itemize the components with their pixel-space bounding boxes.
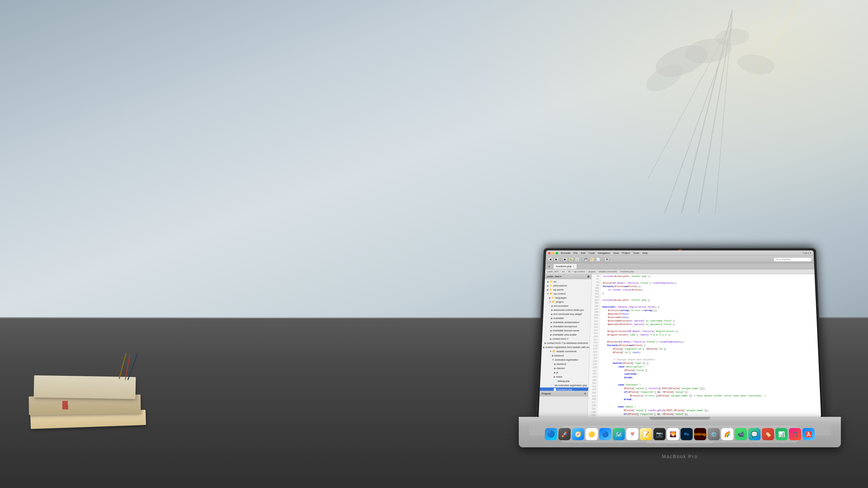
tab-manager-button[interactable]: ≡ [547, 264, 552, 269]
code-text[interactable]: include($view_path . 'header.php'); $fie… [597, 274, 821, 418]
dock-icon-illustrator[interactable]: Settings [694, 428, 706, 440]
tree-item-backend2[interactable]: ▶ backend [541, 362, 589, 366]
tree-item-plugins[interactable]: ▼ 📂 plugins [544, 300, 591, 304]
dock-icon-safari-alt[interactable]: 🧭 [572, 428, 584, 440]
tree-item-wpcontent[interactable]: ▼ 📂 wp-content [544, 292, 591, 296]
dock-icon-itunes[interactable]: 🎵 [789, 428, 801, 440]
open-button[interactable]: 📂 [589, 257, 595, 262]
code-line-106: $results = array('errors' => array()); [602, 309, 814, 312]
tree-item-charitable[interactable]: ▶ charitable [543, 316, 590, 320]
tree-item-cf7[interactable]: ▶ contact-form-7 [542, 337, 590, 341]
ln-130: 130 [589, 379, 598, 382]
projects-gear-icon[interactable]: ⚙ [584, 392, 586, 395]
tree-item-views[interactable]: ▶ views [540, 375, 589, 379]
tree-item-pfrm[interactable]: ▶ 📁 pfSrm/admin [545, 284, 591, 288]
menu-project[interactable]: Project [622, 252, 630, 255]
menu-help[interactable]: Help [642, 252, 648, 255]
dock-icon-notes[interactable]: 📝 [640, 428, 652, 440]
minimize-button[interactable] [552, 252, 554, 254]
go-to-anything[interactable]: Go to Anything [773, 257, 812, 262]
dock-icon-bookmarks[interactable]: 🏷️ [762, 428, 774, 440]
code-line-100: er_render_field($field); [603, 288, 813, 292]
dock-icon-messages[interactable]: 💬 [748, 428, 761, 440]
dock-icon-appstore[interactable]: 🅰️ [802, 428, 815, 440]
settings-button[interactable]: ⚙ [604, 257, 610, 262]
file-tree-options[interactable]: ⚙ [587, 275, 590, 278]
ln-118: 118 [590, 341, 599, 344]
dock-icon-calendar[interactable]: 📅 [626, 428, 639, 440]
tree-item-charitable-view[interactable]: ▶ charitable-view-avatar [542, 333, 590, 337]
dock-icon-screencap[interactable]: 📷 [653, 428, 666, 440]
tree-item-cf7db[interactable]: ▶ contact-form-7-to-database-extension [542, 341, 590, 345]
laptop-base: 🍎 Komodo Fil [519, 237, 841, 447]
tree-item-charitable-anon[interactable]: ▶ charitable-anonymous [542, 324, 590, 328]
tree-item-charitable-lic[interactable]: ▶ charitable-license-owner [542, 328, 590, 332]
menu-code[interactable]: Code [589, 252, 595, 255]
tree-item-backend[interactable]: ▶ backend [541, 353, 589, 358]
dock-icon-chrome[interactable]: 🟡 [585, 428, 598, 440]
menu-file[interactable]: File [574, 252, 578, 255]
komodo-toolbar: ◀ ▶ ▶ 🐛 ↓ 💾 📂 📄 ⚙ [546, 256, 814, 263]
code-line-130: $results['errors'][$field['unique_name']… [600, 394, 818, 398]
new-button[interactable]: 📄 [595, 257, 601, 262]
tab-functions-php[interactable]: functions.php × [553, 264, 577, 269]
save-button[interactable]: 💾 [583, 257, 589, 262]
tree-item-disable-comments[interactable]: ▼ 📂 disable-comments [541, 349, 589, 353]
tree-item-charitable-amb[interactable]: ▶ charitable-ambassadors [543, 320, 590, 324]
tree-item-functions-php[interactable]: 📄 functions.php [540, 387, 588, 391]
dock-icon-facetime[interactable]: 📹 [735, 428, 747, 440]
tree-item-extended-reg[interactable]: ▼ extended-registration [541, 358, 589, 362]
code-line-121: switch ($field['type']) { [600, 362, 816, 365]
tree-item-languages[interactable]: ▶ 📁 languages [544, 296, 591, 300]
arrow-disable-comments: ▼ [550, 350, 552, 353]
tree-item-acf[interactable]: ▶ acf-accordion [544, 304, 591, 308]
bc-4: wp-content [574, 270, 585, 272]
tree-item-debug-php[interactable]: 📄 debug.php [540, 379, 589, 383]
tree-item-wpadmin[interactable]: ▶ 📁 wp-admin [544, 288, 591, 292]
dock-icon-photoshop[interactable]: Ps [680, 428, 693, 440]
tab-close-button[interactable]: × [573, 265, 574, 268]
code-line-125: break; [600, 376, 817, 380]
projects-header[interactable]: Projects ⚙ [539, 391, 588, 396]
dock-icon-launchpad[interactable]: 🚀 [558, 428, 571, 440]
menu-right-info: 7.18.4 ▼ [803, 252, 812, 254]
arrow-plugins: ▼ [549, 301, 551, 303]
back-button[interactable]: ◀ [548, 257, 553, 262]
komodo-menubar: Komodo File Edit Code Navigation View Pr… [546, 250, 814, 256]
tree-item-db-ext[interactable]: 📄 db-extended-registration.php [540, 383, 588, 388]
file-tree-content[interactable]: ▶ 📁 src ▶ 📁 pfSrm/admin [540, 279, 591, 391]
tree-item-src[interactable]: ▶ 📁 src [545, 280, 591, 284]
run-button[interactable]: ▶ [563, 257, 568, 262]
dock-icon-sysprefs[interactable]: ⚙️ [708, 428, 720, 440]
code-line-132 [599, 402, 818, 405]
menu-tools[interactable]: Tools [633, 252, 639, 255]
tree-item-acfpro[interactable]: ▶ advanced-custom-fields-pro [544, 308, 591, 312]
menu-view[interactable]: View [613, 252, 619, 255]
forward-button[interactable]: ▶ [554, 257, 559, 262]
dock-icon-colors[interactable]: 🌈 [721, 428, 734, 440]
arrow-charitable-lic: ▶ [550, 329, 552, 332]
dock-icon-maps[interactable]: 🗺️ [613, 428, 625, 440]
dock-icon-numbers[interactable]: 📊 [775, 428, 788, 440]
dock-icon-photos[interactable]: 🌄 [667, 428, 679, 440]
tree-item-custom-reg[interactable]: ▶ custom-registration-form-builder-with-… [542, 345, 590, 349]
bc-3: lib [568, 270, 571, 272]
code-line-120: // Assign value and validate [601, 358, 817, 362]
dock-icon-safari[interactable]: 🔵 [599, 428, 612, 440]
maximize-button[interactable] [556, 252, 558, 254]
ln-124: 124 [589, 360, 598, 363]
arrow-languages: ▶ [549, 297, 551, 299]
ln-117: 117 [590, 338, 599, 341]
tree-item-js[interactable]: ▶ js [540, 370, 589, 375]
macbook-pro-label: MacBook Pro [662, 454, 698, 459]
menu-komodo[interactable]: Komodo [561, 252, 571, 255]
debug-button[interactable]: 🐛 [569, 257, 574, 262]
menu-edit[interactable]: Edit [581, 252, 585, 255]
dock-icon-finder[interactable]: 🔵 [545, 428, 557, 440]
tree-item-arm[interactable]: ▶ arm-shortcode-any-widget [543, 312, 591, 316]
tree-item-classes[interactable]: ▶ classes [541, 366, 589, 370]
menu-navigation[interactable]: Navigation [598, 252, 610, 255]
step-button[interactable]: ↓ [575, 257, 580, 262]
close-button[interactable] [548, 252, 551, 254]
tree-label-backend: backend [554, 354, 564, 357]
